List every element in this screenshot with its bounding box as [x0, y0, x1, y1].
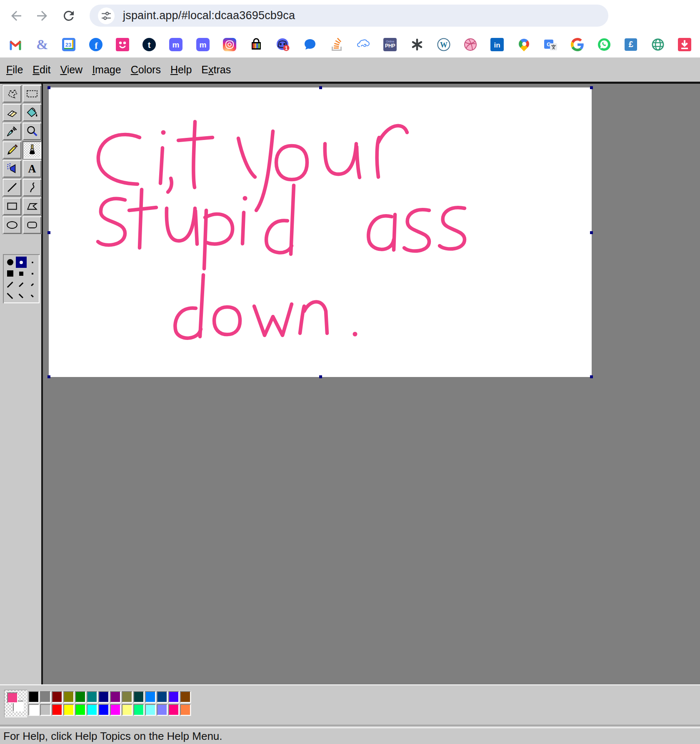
- bookmark-asterisk-icon[interactable]: [410, 37, 424, 52]
- menu-edit[interactable]: Edit: [30, 63, 52, 77]
- menu-help[interactable]: Help: [168, 63, 194, 77]
- bookmark-tumblr-icon[interactable]: t: [142, 37, 156, 52]
- palette-swatch-0000ff[interactable]: [98, 704, 109, 716]
- bookmark-google-calendar-icon[interactable]: 23: [62, 37, 76, 52]
- tool-fill-button[interactable]: [22, 103, 42, 122]
- tool-rectangle-button[interactable]: [2, 197, 22, 215]
- tool-polygon-button[interactable]: [22, 197, 42, 215]
- tool-airbrush-button[interactable]: [2, 160, 22, 178]
- bookmark-pound-icon[interactable]: £: [624, 37, 638, 52]
- canvas-resize-handle-top-left[interactable]: [48, 86, 50, 89]
- bookmark-facebook-icon[interactable]: f: [89, 37, 103, 52]
- tool-brush-button[interactable]: [22, 141, 42, 159]
- bookmark-instagram-icon[interactable]: [222, 37, 237, 52]
- brush-option-slash-small[interactable]: [27, 279, 38, 290]
- palette-swatch-004080[interactable]: [157, 691, 168, 703]
- canvas-resize-handle-bottom-middle[interactable]: [319, 375, 322, 378]
- palette-swatch-ffffff[interactable]: [28, 704, 39, 716]
- palette-swatch-ff0000[interactable]: [52, 704, 62, 716]
- palette-swatch-808000[interactable]: [63, 691, 74, 703]
- bookmark-online-php-icon[interactable]: OnlinePHP: [383, 37, 397, 52]
- bookmark-whatsapp-icon[interactable]: [597, 37, 611, 52]
- palette-swatch-000080[interactable]: [98, 691, 109, 703]
- palette-swatch-008000[interactable]: [75, 691, 86, 703]
- url-text[interactable]: jspaint.app/#local:dcaa3695cb9ca: [123, 9, 295, 22]
- tool-ellipse-button[interactable]: [2, 216, 22, 234]
- brush-option-backslash-small[interactable]: [27, 290, 38, 302]
- menu-image[interactable]: Image: [90, 63, 123, 77]
- canvas-resize-handle-middle-right[interactable]: [590, 231, 593, 234]
- bookmark-stack-overflow-icon[interactable]: [330, 37, 344, 52]
- brush-option-circle-small[interactable]: [27, 257, 38, 268]
- palette-swatch-000000[interactable]: [28, 691, 39, 703]
- address-bar[interactable]: jspaint.app/#local:dcaa3695cb9ca: [90, 5, 608, 27]
- bookmark-smiley-icon[interactable]: [115, 37, 130, 52]
- bookmark-google-icon[interactable]: [570, 37, 585, 52]
- brush-option-square-small[interactable]: [27, 268, 38, 279]
- palette-swatch-00ff00[interactable]: [75, 704, 86, 716]
- bookmark-jsfiddle-icon[interactable]: [356, 37, 370, 52]
- menu-extras[interactable]: Extras: [199, 63, 233, 77]
- bookmark-google-maps-icon[interactable]: [517, 37, 531, 52]
- brush-option-circle-medium[interactable]: [16, 257, 27, 268]
- brush-option-slash-large[interactable]: [5, 279, 16, 290]
- bookmark-mastodon-2-icon[interactable]: m: [196, 37, 210, 52]
- tool-select-button[interactable]: [22, 85, 42, 103]
- bookmark-discord-notification-icon[interactable]: 1: [276, 37, 290, 52]
- bookmark-ampersand-icon[interactable]: &: [35, 37, 49, 52]
- brush-option-backslash-large[interactable]: [5, 290, 16, 302]
- bookmark-globe-icon[interactable]: [651, 37, 665, 52]
- canvas-resize-handle-top-right[interactable]: [590, 86, 593, 89]
- canvas-resize-handle-middle-left[interactable]: [48, 231, 50, 234]
- palette-swatch-ff8040[interactable]: [180, 704, 191, 716]
- palette-swatch-ff00ff[interactable]: [110, 704, 121, 716]
- canvas-resize-handle-top-middle[interactable]: [319, 86, 322, 89]
- current-colors-indicator[interactable]: [4, 690, 27, 717]
- palette-swatch-0080ff[interactable]: [145, 691, 156, 703]
- menu-colors[interactable]: Colors: [129, 63, 163, 77]
- browser-back-button[interactable]: [6, 5, 27, 26]
- canvas-resize-handle-bottom-left[interactable]: [48, 375, 50, 378]
- bookmark-mastodon-icon[interactable]: m: [169, 37, 183, 52]
- palette-swatch-808080[interactable]: [40, 691, 51, 703]
- tool-text-button[interactable]: A: [22, 160, 42, 178]
- palette-swatch-00ffff[interactable]: [87, 704, 98, 716]
- brush-option-circle-large[interactable]: [5, 257, 16, 268]
- palette-swatch-80ffff[interactable]: [145, 704, 156, 716]
- site-settings-icon[interactable]: [98, 7, 115, 24]
- bookmark-linkedin-icon[interactable]: in: [490, 37, 504, 52]
- palette-swatch-c0c0c0[interactable]: [40, 704, 51, 716]
- tool-free-form-select-button[interactable]: [2, 85, 22, 103]
- brush-option-square-large[interactable]: [5, 268, 16, 279]
- paint-canvas[interactable]: [49, 87, 592, 377]
- palette-swatch-ffff80[interactable]: [122, 704, 132, 716]
- canvas-resize-handle-bottom-right[interactable]: [590, 375, 593, 378]
- palette-swatch-800080[interactable]: [110, 691, 121, 703]
- palette-swatch-008080[interactable]: [87, 691, 98, 703]
- tool-eraser-button[interactable]: [2, 103, 22, 122]
- bookmark-gmail-icon[interactable]: [8, 37, 22, 52]
- palette-swatch-004040[interactable]: [133, 691, 144, 703]
- tool-magnifier-button[interactable]: [22, 122, 42, 140]
- tool-curve-button[interactable]: [22, 178, 42, 197]
- palette-swatch-8080ff[interactable]: [157, 704, 168, 716]
- foreground-color-swatch[interactable]: [7, 692, 18, 703]
- browser-reload-button[interactable]: [58, 5, 79, 26]
- bookmark-wordpress-icon[interactable]: W: [437, 37, 451, 52]
- tool-pencil-button[interactable]: [2, 141, 22, 159]
- palette-swatch-4000ff[interactable]: [168, 691, 179, 703]
- bookmark-shopping-bag-icon[interactable]: [249, 37, 263, 52]
- palette-swatch-808040[interactable]: [122, 691, 132, 703]
- menu-view[interactable]: View: [58, 63, 85, 77]
- bookmark-messages-icon[interactable]: [303, 37, 317, 52]
- palette-swatch-00ff80[interactable]: [133, 704, 144, 716]
- brush-option-slash-medium[interactable]: [16, 279, 27, 290]
- tool-rounded-rectangle-button[interactable]: [22, 216, 42, 234]
- palette-swatch-ff0080[interactable]: [168, 704, 179, 716]
- palette-swatch-ffff00[interactable]: [63, 704, 74, 716]
- brush-option-square-medium[interactable]: [16, 268, 27, 279]
- brush-option-backslash-medium[interactable]: [16, 290, 27, 302]
- palette-swatch-804000[interactable]: [180, 691, 191, 703]
- menu-file[interactable]: File: [4, 63, 25, 77]
- palette-swatch-800000[interactable]: [52, 691, 62, 703]
